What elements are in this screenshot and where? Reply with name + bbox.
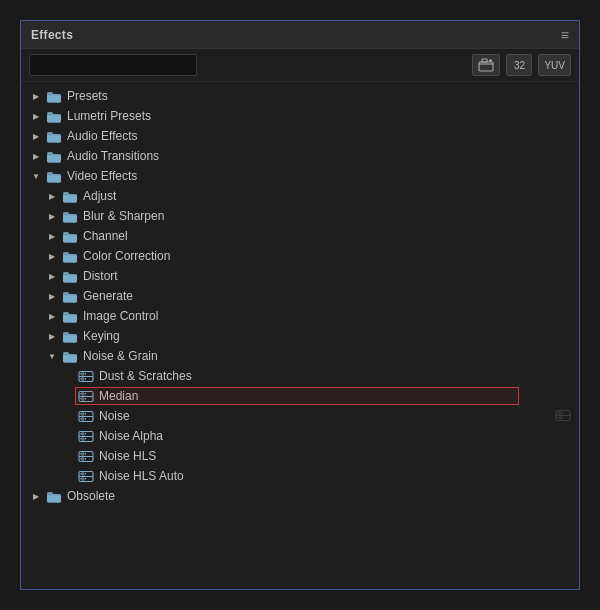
tree-item-video-effects[interactable]: ▼ Video Effects bbox=[21, 166, 579, 186]
item-label-median: Median bbox=[99, 389, 138, 403]
svg-rect-46 bbox=[85, 458, 87, 460]
tree-item-adjust[interactable]: ▶ Adjust bbox=[21, 186, 579, 206]
folder-icon-color-correction bbox=[61, 249, 79, 263]
folder-icon-noise-grain bbox=[61, 349, 79, 363]
tree-item-lumetri-presets[interactable]: ▶ Lumetri Presets bbox=[21, 106, 579, 126]
expand-arrow-presets[interactable]: ▶ bbox=[29, 92, 43, 101]
svg-rect-53 bbox=[85, 478, 87, 480]
item-label-presets: Presets bbox=[67, 89, 108, 103]
expand-arrow-blur-sharpen[interactable]: ▶ bbox=[45, 212, 59, 221]
svg-rect-23 bbox=[81, 413, 83, 415]
tree-item-noise-hls[interactable]: Noise HLS bbox=[21, 446, 579, 466]
search-wrapper bbox=[29, 54, 466, 76]
svg-rect-25 bbox=[85, 418, 87, 420]
expand-arrow-generate[interactable]: ▶ bbox=[45, 292, 59, 301]
folder-icon-keying bbox=[61, 329, 79, 343]
svg-rect-32 bbox=[562, 417, 564, 419]
folder-icon-image-control bbox=[61, 309, 79, 323]
folder-icon-channel bbox=[61, 229, 79, 243]
effect-icon-noise-alpha bbox=[77, 429, 95, 443]
expand-arrow-adjust[interactable]: ▶ bbox=[45, 192, 59, 201]
tree-item-distort[interactable]: ▶ Distort bbox=[21, 266, 579, 286]
panel-toolbar: 32 YUV bbox=[21, 49, 579, 82]
item-label-video-effects: Video Effects bbox=[67, 169, 137, 183]
svg-rect-33 bbox=[558, 417, 560, 419]
svg-rect-47 bbox=[81, 458, 83, 460]
svg-rect-12 bbox=[81, 378, 83, 380]
svg-rect-44 bbox=[81, 453, 83, 455]
tree-item-median[interactable]: Median bbox=[21, 386, 579, 406]
panel-title: Effects bbox=[31, 28, 73, 42]
tree-item-generate[interactable]: ▶ Generate bbox=[21, 286, 579, 306]
item-label-blur-sharpen: Blur & Sharpen bbox=[83, 209, 164, 223]
expand-arrow-keying[interactable]: ▶ bbox=[45, 332, 59, 341]
tree-item-noise-alpha[interactable]: Noise Alpha bbox=[21, 426, 579, 446]
tree-item-audio-effects[interactable]: ▶ Audio Effects bbox=[21, 126, 579, 146]
svg-rect-10 bbox=[85, 373, 87, 375]
tree-item-presets[interactable]: ▶ Presets bbox=[21, 86, 579, 106]
effect-icon-dust-scratches bbox=[77, 369, 95, 383]
expand-arrow-lumetri-presets[interactable]: ▶ bbox=[29, 112, 43, 121]
item-label-lumetri-presets: Lumetri Presets bbox=[67, 109, 151, 123]
expand-arrow-distort[interactable]: ▶ bbox=[45, 272, 59, 281]
svg-rect-39 bbox=[85, 438, 87, 440]
item-label-adjust: Adjust bbox=[83, 189, 116, 203]
folder-icon-obsolete bbox=[45, 489, 63, 503]
svg-rect-16 bbox=[81, 393, 83, 395]
svg-rect-31 bbox=[562, 412, 564, 414]
expand-arrow-video-effects[interactable]: ▼ bbox=[29, 172, 43, 181]
svg-rect-19 bbox=[81, 398, 83, 400]
tree-item-noise-hls-auto[interactable]: Noise HLS Auto bbox=[21, 466, 579, 486]
tree-item-noise-grain[interactable]: ▼ Noise & Grain bbox=[21, 346, 579, 366]
folder-icon-blur-sharpen bbox=[61, 209, 79, 223]
svg-rect-9 bbox=[81, 373, 83, 375]
item-label-distort: Distort bbox=[83, 269, 118, 283]
item-label-generate: Generate bbox=[83, 289, 133, 303]
item-label-noise-hls: Noise HLS bbox=[99, 449, 156, 463]
tree-item-image-control[interactable]: ▶ Image Control bbox=[21, 306, 579, 326]
tree-item-color-correction[interactable]: ▶ Color Correction bbox=[21, 246, 579, 266]
svg-rect-38 bbox=[85, 433, 87, 435]
folder-icon-presets bbox=[45, 89, 63, 103]
tree-item-obsolete[interactable]: ▶ Obsolete bbox=[21, 486, 579, 506]
item-label-obsolete: Obsolete bbox=[67, 489, 115, 503]
expand-arrow-audio-effects[interactable]: ▶ bbox=[29, 132, 43, 141]
new-bin-button[interactable] bbox=[472, 54, 500, 76]
bit-depth-button[interactable]: 32 bbox=[506, 54, 532, 76]
svg-rect-52 bbox=[85, 473, 87, 475]
item-label-channel: Channel bbox=[83, 229, 128, 243]
expand-arrow-color-correction[interactable]: ▶ bbox=[45, 252, 59, 261]
tree-item-dust-scratches[interactable]: Dust & Scratches bbox=[21, 366, 579, 386]
effect-icon-noise-hls-auto bbox=[77, 469, 95, 483]
svg-rect-54 bbox=[81, 478, 83, 480]
search-input[interactable] bbox=[29, 54, 197, 76]
folder-icon-generate bbox=[61, 289, 79, 303]
tree-item-blur-sharpen[interactable]: ▶ Blur & Sharpen bbox=[21, 206, 579, 226]
svg-rect-2 bbox=[479, 62, 493, 71]
folder-icon-audio-transitions bbox=[45, 149, 63, 163]
expand-arrow-noise-grain[interactable]: ▼ bbox=[45, 352, 59, 361]
expand-arrow-channel[interactable]: ▶ bbox=[45, 232, 59, 241]
tree-item-noise[interactable]: Noise bbox=[21, 406, 579, 426]
tree-item-audio-transitions[interactable]: ▶ Audio Transitions bbox=[21, 146, 579, 166]
tree-item-keying[interactable]: ▶ Keying bbox=[21, 326, 579, 346]
svg-rect-37 bbox=[81, 433, 83, 435]
expand-arrow-obsolete[interactable]: ▶ bbox=[29, 492, 43, 501]
expand-arrow-image-control[interactable]: ▶ bbox=[45, 312, 59, 321]
folder-icon-distort bbox=[61, 269, 79, 283]
yuv-button[interactable]: YUV bbox=[538, 54, 571, 76]
folder-icon-audio-effects bbox=[45, 129, 63, 143]
noise-ghost-icon bbox=[555, 409, 571, 423]
item-label-noise-alpha: Noise Alpha bbox=[99, 429, 163, 443]
effects-panel: Effects ≡ 32 YUV ▶ Pre bbox=[20, 20, 580, 590]
tree-item-channel[interactable]: ▶ Channel bbox=[21, 226, 579, 246]
svg-rect-45 bbox=[85, 453, 87, 455]
panel-header: Effects ≡ bbox=[21, 21, 579, 49]
svg-rect-40 bbox=[81, 438, 83, 440]
item-label-color-correction: Color Correction bbox=[83, 249, 170, 263]
svg-rect-30 bbox=[558, 412, 560, 414]
expand-arrow-audio-transitions[interactable]: ▶ bbox=[29, 152, 43, 161]
panel-menu-button[interactable]: ≡ bbox=[561, 28, 569, 42]
svg-rect-18 bbox=[85, 398, 87, 400]
svg-rect-17 bbox=[85, 393, 87, 395]
